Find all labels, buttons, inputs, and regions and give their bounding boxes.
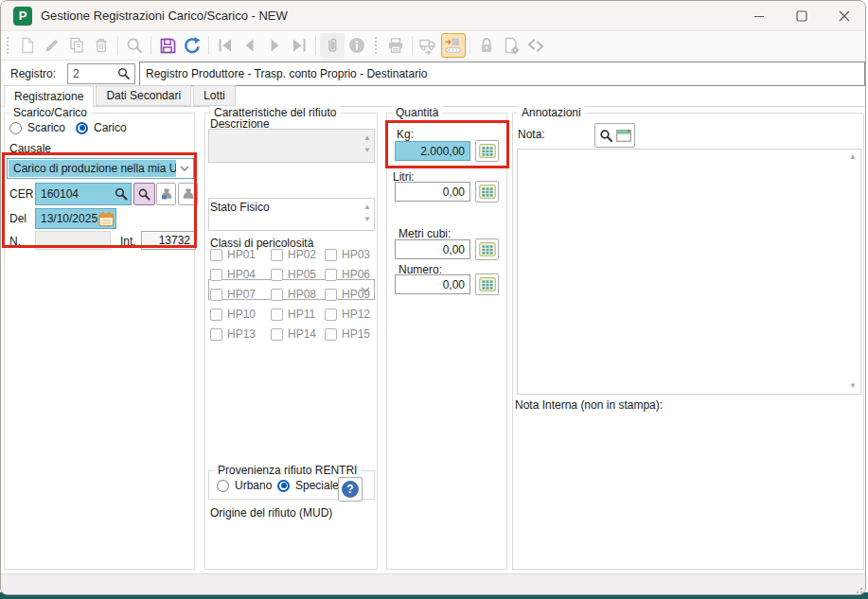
delete-icon[interactable] [89, 33, 114, 58]
first-record-icon[interactable] [213, 33, 238, 58]
save-icon[interactable] [155, 33, 180, 58]
lock-icon[interactable] [474, 33, 499, 58]
numero-qta-field[interactable]: 0,00 [395, 274, 470, 294]
close-button[interactable] [823, 1, 865, 31]
registro-description-field[interactable]: Registro Produttore - Trasp. conto Propr… [139, 62, 865, 86]
previous-record-icon[interactable] [238, 33, 262, 58]
search-icon [137, 187, 151, 202]
origine-label: Origine del rifiuto (MUD) [210, 506, 332, 520]
radio-urbano-circle[interactable] [217, 480, 229, 492]
waste-bag-icon [181, 185, 196, 203]
nota-search-button[interactable] [594, 123, 635, 148]
metri-cubi-field[interactable]: 0,00 [395, 239, 470, 259]
radio-urbano[interactable]: Urbano [217, 479, 272, 492]
radio-speciale-circle[interactable] [277, 480, 290, 492]
rentri-help-button[interactable]: ? [338, 477, 363, 502]
app-window: P Gestione Registrazioni Carico/Scarico … [0, 0, 866, 595]
production-load-icon[interactable] [441, 33, 466, 58]
cer-search-button[interactable] [133, 183, 155, 205]
litri-calculator-button[interactable] [475, 181, 499, 203]
causale-combobox[interactable]: Carico di produzione nella mia U.L. [7, 158, 194, 179]
int-field: 13732 [141, 231, 196, 250]
checkbox-hp06[interactable]: HP06 [325, 268, 379, 281]
radio-speciale[interactable]: Speciale [277, 479, 339, 492]
cer-field[interactable]: 160104 [35, 183, 132, 205]
document-settings-icon[interactable] [499, 33, 523, 58]
kg-value: 2.000,00 [420, 145, 469, 158]
chevron-down-icon [180, 166, 189, 171]
numero-calculator-button[interactable] [475, 273, 499, 295]
search-icon[interactable] [116, 66, 132, 81]
registro-value: 2 [68, 67, 116, 80]
radio-carico-circle[interactable] [76, 122, 88, 134]
cer-label: CER [9, 187, 33, 201]
del-date-field[interactable]: 13/10/2025 [35, 208, 116, 229]
checkbox-hp11[interactable]: HP11 [271, 308, 325, 321]
checkbox-hp12[interactable]: HP12 [325, 308, 379, 321]
cer-value: 160104 [36, 187, 114, 201]
last-record-icon[interactable] [287, 33, 311, 58]
scarico-carico-group: Scarico/Carico Scarico Carico Causale Ca… [4, 113, 195, 570]
refresh-icon[interactable] [180, 33, 204, 58]
new-document-icon[interactable] [15, 33, 40, 58]
radio-carico[interactable]: Carico [76, 121, 127, 134]
waste-bag-button[interactable] [178, 183, 198, 205]
calendar-icon[interactable] [98, 211, 115, 227]
search-icon[interactable] [122, 33, 147, 58]
scarico-carico-title: Scarico/Carico [9, 106, 91, 119]
maximize-button[interactable] [780, 1, 823, 31]
edit-icon[interactable] [40, 33, 64, 58]
tab-dati-secondari[interactable]: Dati Secondari [96, 85, 191, 106]
checkbox-hp13[interactable]: HP13 [210, 327, 271, 341]
checkbox-hp05[interactable]: HP05 [271, 268, 325, 281]
exchange-icon[interactable] [523, 33, 548, 58]
checkbox-hp14[interactable]: HP14 [271, 327, 325, 341]
kg-field[interactable]: 2.000,00 [395, 141, 470, 161]
scroll-up-icon[interactable]: ▲ [363, 203, 371, 211]
transport-icon[interactable] [416, 33, 441, 58]
print-icon[interactable] [383, 33, 408, 58]
tab-lotti[interactable]: Lotti [193, 85, 236, 106]
scroll-down-icon[interactable]: ▼ [849, 382, 857, 390]
next-record-icon[interactable] [262, 33, 287, 58]
checkbox-hp03[interactable]: HP03 [325, 248, 379, 261]
toolbar-grip[interactable] [7, 37, 11, 54]
attachment-icon[interactable] [320, 33, 345, 58]
kg-calculator-button[interactable] [475, 140, 499, 162]
copy-icon[interactable] [64, 33, 89, 58]
app-icon: P [13, 7, 32, 26]
search-icon [599, 129, 613, 143]
metri-cubi-calculator-button[interactable] [475, 238, 499, 260]
waste-bag-blue-button[interactable] [156, 183, 176, 205]
scroll-down-icon[interactable]: ▼ [363, 216, 371, 223]
registro-field[interactable]: 2 [67, 63, 135, 84]
numero-field[interactable] [35, 231, 111, 250]
checkbox-hp09[interactable]: HP09 [325, 288, 379, 301]
resize-grip[interactable] [853, 584, 862, 593]
checkbox-hp08[interactable]: HP08 [271, 288, 325, 301]
scroll-down-icon[interactable]: ▼ [363, 147, 371, 154]
window-title: Gestione Registrazioni Carico/Scarico - … [41, 9, 288, 23]
search-icon[interactable] [114, 186, 129, 202]
status-bar [1, 573, 865, 595]
litri-field[interactable]: 0,00 [395, 182, 470, 202]
nota-textarea[interactable]: ▲ ▼ [517, 149, 861, 395]
provenienza-title: Provenienza rifiuto RENTRI [214, 464, 361, 477]
checkbox-hp07[interactable]: HP07 [210, 288, 271, 301]
descrizione-textarea-readonly[interactable]: ▲▼ [208, 129, 375, 163]
checkbox-hp01[interactable]: HP01 [210, 248, 271, 261]
checkbox-hp10[interactable]: HP10 [210, 308, 271, 321]
annotazioni-group: Annotazioni Nota: ▲ ▼ Nota Interna (non … [512, 113, 864, 570]
scroll-up-icon[interactable]: ▲ [363, 134, 371, 142]
checkbox-hp15[interactable]: HP15 [325, 327, 379, 341]
info-icon[interactable] [345, 33, 369, 58]
radio-scarico-circle[interactable] [9, 122, 22, 134]
scroll-up-icon[interactable]: ▲ [849, 153, 857, 161]
checkbox-hp02[interactable]: HP02 [271, 248, 325, 261]
minimize-button[interactable] [737, 1, 780, 31]
checkbox-hp04[interactable]: HP04 [210, 268, 271, 281]
tab-registrazione[interactable]: Registrazione [4, 85, 94, 107]
caratteristiche-group: Caratteristiche del rifiuto Descrizione … [204, 113, 378, 570]
toolbar-grip[interactable] [375, 37, 380, 54]
radio-scarico[interactable]: Scarico [9, 121, 65, 134]
